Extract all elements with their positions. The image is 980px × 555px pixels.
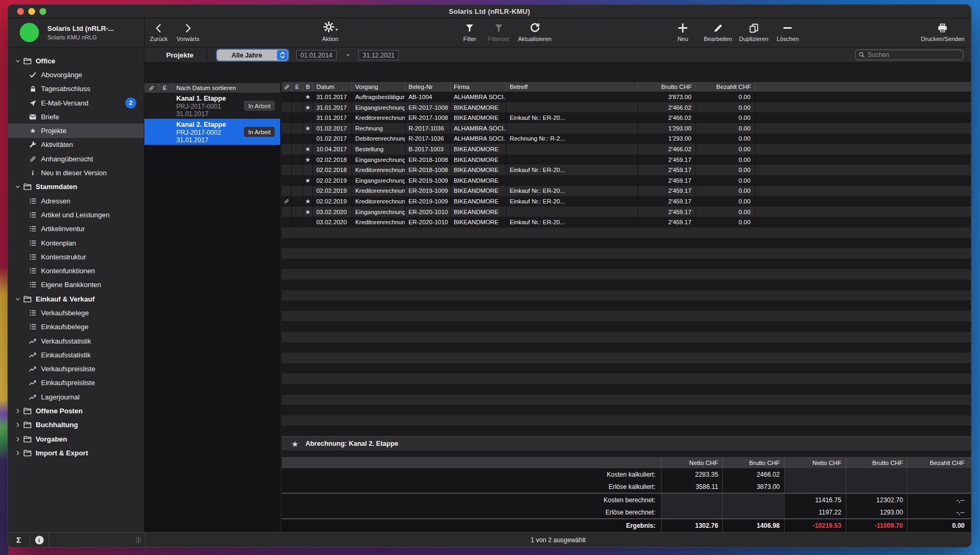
brutto-column-header[interactable]: Brutto CHF <box>638 82 696 92</box>
sidebar-item-eigene-bankkonten[interactable]: Eigene Bankkonten <box>8 278 144 292</box>
sidebar-item-artikelinventur[interactable]: Artikelinventur <box>8 222 144 236</box>
link-column-header[interactable] <box>144 83 159 93</box>
sidebar-item-kontenplan[interactable]: Kontenplan <box>8 236 144 250</box>
e-column-header[interactable]: E <box>292 82 303 92</box>
table-row[interactable]: 31.01.2017KreditorenrechnungER-2017-1008… <box>282 112 971 123</box>
row-e-cell <box>292 165 303 175</box>
table-row[interactable]: ★03.02.2020EingangsrechnungER-2020-1010B… <box>282 207 971 217</box>
action-button[interactable]: ▾ Aktion <box>322 21 339 42</box>
row-b-cell: ★ <box>303 207 313 217</box>
e-column-header[interactable]: E <box>159 83 171 93</box>
panel-resize-handle[interactable] <box>136 537 141 543</box>
sidebar-item-anhangübersicht[interactable]: Anhangübersicht <box>8 152 144 166</box>
sidebar-item-einkauf-verkauf[interactable]: Einkauf & Verkauf <box>8 292 144 306</box>
table-row[interactable]: ★31.01.2017EingangsrechnungER-2017-1008B… <box>282 102 971 113</box>
back-button[interactable]: Zurück <box>150 21 168 42</box>
project-card[interactable]: Kanal 1. EtappePRJ-2017-000131.01.2017In… <box>144 93 280 119</box>
new-button[interactable]: Neu <box>677 21 689 42</box>
duplicate-button[interactable]: Duplizieren <box>739 21 768 42</box>
edit-button[interactable]: Bearbeiten <box>704 21 732 42</box>
table-row[interactable]: 02.02.2019KreditorenrechnungER-2019-1009… <box>282 186 971 197</box>
datum-column-header[interactable]: Datum <box>313 82 352 92</box>
sidebar-item-einkaufspreisliste[interactable]: Einkaufspreisliste <box>8 376 144 390</box>
table-row[interactable]: ★10.04.2017BestellungB-2017-1003BIKEANDM… <box>282 144 971 154</box>
table-row[interactable]: 01.02.2017DebitorenrechnungR-2017-1036AL… <box>282 134 971 144</box>
sidebar-item-label: Neu in dieser Version <box>41 169 107 177</box>
sidebar-item-einkaufsstatistik[interactable]: Einkaufsstatistik <box>8 348 144 362</box>
sidebar-item-kontenstruktur[interactable]: Kontenstruktur <box>8 250 144 264</box>
sidebar-item-vorgaben[interactable]: Vorgaben <box>8 432 144 446</box>
delete-button[interactable]: Löschen <box>777 21 799 42</box>
sort-by-date-header[interactable]: Nach Datum sortieren <box>171 83 280 93</box>
zoom-window-button[interactable] <box>39 8 46 15</box>
sidebar-item-verkaufsbelege[interactable]: Verkaufsbelege <box>8 306 144 320</box>
sidebar-item-tagesabschluss[interactable]: Tagesabschluss <box>8 82 144 96</box>
chevron-right-icon[interactable] <box>15 408 21 414</box>
sidebar-item-buchhaltung[interactable]: Buchhaltung <box>8 418 144 432</box>
sidebar-item-lagerjournal[interactable]: Lagerjournal <box>8 390 144 404</box>
table-row[interactable]: ★02.02.2018EingangsrechnungER-2018-1008B… <box>282 154 971 165</box>
chevron-right-icon[interactable] <box>15 422 21 428</box>
vorgang-column-header[interactable]: Vorgang <box>352 82 405 92</box>
row-b-cell <box>303 112 313 123</box>
sidebar-item-aktivitäten[interactable]: Aktivitäten <box>8 138 144 152</box>
date-to-field[interactable]: 31.12.2021 <box>358 50 399 60</box>
b-column-header[interactable]: B <box>303 82 313 92</box>
page-title: Projekte <box>166 51 193 59</box>
sidebar-item-office[interactable]: Office <box>8 54 144 68</box>
billing-cell <box>784 480 846 493</box>
row-datum: 02.02.2019 <box>313 186 352 197</box>
print-send-button[interactable]: Drucken/Senden <box>921 21 965 42</box>
search-field[interactable] <box>855 50 963 60</box>
close-window-button[interactable] <box>17 8 24 15</box>
sidebar-item-offene-posten[interactable]: Offene Posten <box>8 404 144 418</box>
sidebar-item-e-mail-versand[interactable]: E-Mail-Versand2 <box>8 96 144 110</box>
sidebar-item-artikel-und-leistungen[interactable]: Artikel und Leistungen <box>8 208 144 222</box>
betreff-column-header[interactable]: Betreff <box>507 82 638 92</box>
sidebar-item-kontenfunktionen[interactable]: Kontenfunktionen <box>8 264 144 278</box>
sidebar-item-abovorgänge[interactable]: Abovorgänge <box>8 68 144 81</box>
sidebar-item-neu-in-dieser-version[interactable]: iNeu in dieser Version <box>8 166 144 179</box>
table-row[interactable]: 03.02.2020KreditorenrechnungER-2020-1010… <box>282 217 971 227</box>
sidebar-item-projekte[interactable]: ★Projekte <box>8 124 144 137</box>
chevron-down-icon[interactable] <box>15 296 21 302</box>
table-row[interactable]: ★31.01.2017AuftragsbestätigungAB-1004ALH… <box>282 92 971 102</box>
billing-row: Ergebnis:1302.761406.98-10219.53-11009.7… <box>282 519 971 532</box>
window-title: Solaris Ltd (nRLR-KMU) <box>449 7 530 15</box>
chevron-down-icon[interactable] <box>15 184 21 190</box>
chevron-right-icon[interactable] <box>15 436 21 442</box>
table-row[interactable]: ★02.02.2019EingangsrechnungER-2019-1009B… <box>282 175 971 186</box>
row-bezahlt: 0.00 <box>696 112 755 123</box>
beleg-nr-column-header[interactable]: Beleg-Nr <box>405 82 451 92</box>
sidebar-item-stammdaten[interactable]: Stammdaten <box>8 180 144 194</box>
minimize-window-button[interactable] <box>28 8 35 15</box>
row-bezahlt: 0.00 <box>696 154 755 165</box>
forward-button[interactable]: Vorwärts <box>177 21 200 42</box>
refresh-button[interactable]: Aktualisieren <box>518 21 552 42</box>
search-input[interactable] <box>868 51 960 59</box>
table-row[interactable]: ★01.02.2017RechnungR-2017-1036ALHAMBRA S… <box>282 123 971 134</box>
table-row[interactable]: ★02.02.2019KreditorenrechnungER-2019-100… <box>282 196 971 207</box>
info-button[interactable]: i <box>30 533 48 547</box>
bezahlt-column-header[interactable]: Bezahlt CHF <box>696 82 755 92</box>
sidebar-item-import-export[interactable]: Import & Export <box>8 446 144 460</box>
date-from-field[interactable]: 01.01.2014 <box>296 50 337 60</box>
sidebar-item-briefe[interactable]: Briefe <box>8 110 144 124</box>
chevron-down-icon[interactable] <box>15 58 21 64</box>
account-section[interactable]: Solaris Ltd (nRLR-... Solaris KMU nRLG <box>8 18 143 47</box>
firma-column-header[interactable]: Firma <box>451 82 507 92</box>
filterset-button[interactable]: Filterset <box>488 21 509 42</box>
row-beleg-nr: R-2017-1036 <box>405 134 451 144</box>
year-filter-select[interactable]: Alle Jahre <box>217 50 288 61</box>
project-card[interactable]: Kanal 2. EtappePRJ-2017-000231.01.2017In… <box>144 119 280 145</box>
sidebar-item-verkaufspreisliste[interactable]: Verkaufspreisliste <box>8 362 144 376</box>
sidebar-item-verkaufsstatistik[interactable]: Verkaufsstatistik <box>8 334 144 348</box>
sidebar-item-einkaufsbelege[interactable]: Einkaufsbelege <box>8 320 144 334</box>
sidebar-item-adressen[interactable]: Adressen <box>8 194 144 208</box>
sum-toggle-button[interactable]: Σ <box>8 533 29 547</box>
table-row[interactable]: 02.02.2018KreditorenrechnungER-2018-1008… <box>282 165 971 175</box>
row-betreff: Einkauf Nr.: ER-20... <box>507 196 638 207</box>
chevron-right-icon[interactable] <box>15 450 21 456</box>
link-column-header[interactable] <box>282 82 292 92</box>
filter-button[interactable]: Filter <box>463 21 476 42</box>
